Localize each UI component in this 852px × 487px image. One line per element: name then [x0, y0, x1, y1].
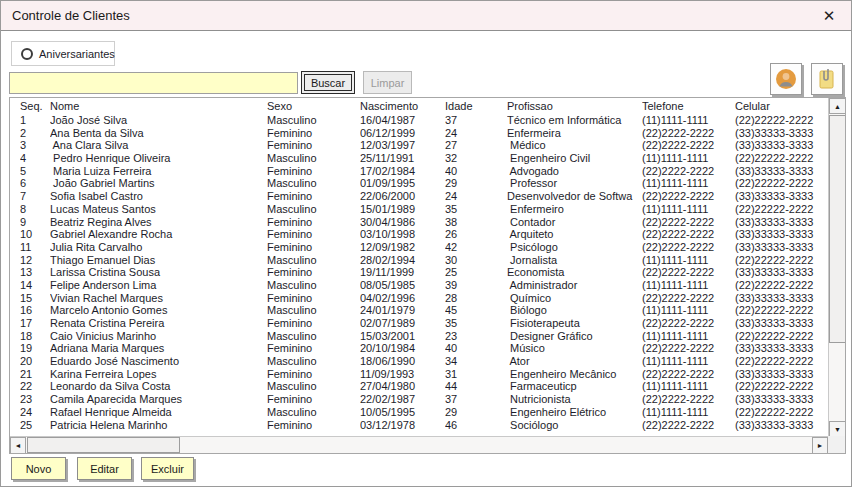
vertical-scrollbar-thumb[interactable] [829, 115, 846, 343]
user-profile-button[interactable] [770, 63, 802, 95]
column-header-celular[interactable]: Celular [735, 100, 827, 113]
editar-button[interactable]: Editar [77, 457, 132, 480]
cell-nome: Camila Aparecida Marques [50, 393, 267, 406]
column-header-sexo[interactable]: Sexo [267, 100, 360, 113]
cell-profissao: Engenheiro Civil [507, 152, 642, 165]
column-header-seq[interactable]: Seq. [20, 100, 50, 113]
cell-telefone: (22)2222-2222 [642, 393, 735, 406]
novo-button[interactable]: Novo [11, 457, 66, 480]
column-header-telefone[interactable]: Telefone [642, 100, 735, 113]
table-row[interactable]: 4 Pedro Henrique OliveiraMasculino25/11/… [20, 152, 828, 165]
cell-telefone: (22)2222-2222 [642, 368, 735, 381]
cell-idade: 42 [445, 241, 507, 254]
cell-profissao: Sociólogo [507, 419, 642, 432]
cell-celular: (33)33333-3333 [735, 266, 827, 279]
cell-telefone: (11)1111-1111 [642, 406, 735, 419]
table-row[interactable]: 9Beatriz Regina AlvesFeminino30/04/19863… [20, 216, 828, 229]
cell-profissao: Contador [507, 216, 642, 229]
cell-seq: 11 [20, 241, 50, 254]
user-avatar-icon [774, 67, 798, 91]
table-row[interactable]: 21Karina Ferreira LopesFeminino11/09/199… [20, 368, 828, 381]
cell-sexo: Masculino [267, 330, 360, 343]
table-row[interactable]: 14Felipe Anderson LimaMasculino08/05/198… [20, 279, 828, 292]
table-row[interactable]: 20Eduardo José NascimentoMasculino18/06/… [20, 355, 828, 368]
cell-nome: João José Silva [50, 114, 267, 127]
table-row[interactable]: 24Rafael Henrique AlmeidaMasculino10/05/… [20, 406, 828, 419]
cell-nome: Adriana Maria Marques [50, 342, 267, 355]
limpar-button[interactable]: Limpar [363, 71, 412, 94]
table-row[interactable]: 18Caio Vinicius MarinhoMasculino15/03/20… [20, 330, 828, 343]
buscar-button[interactable]: Buscar [301, 71, 355, 94]
cell-sexo: Feminino [267, 292, 360, 305]
table-row[interactable]: 22Leonardo da Silva CostaMasculino27/04/… [20, 380, 828, 393]
cell-nome: Maria Luiza Ferreira [50, 165, 267, 178]
cell-profissao: Economista [507, 266, 642, 279]
table-row[interactable]: 7Sofia Isabel CastroFeminino22/06/200024… [20, 190, 828, 203]
cell-nome: Rafael Henrique Almeida [50, 406, 267, 419]
cell-nascimento: 19/11/1999 [360, 266, 445, 279]
table-row[interactable]: 10Gabriel Alexandre RochaFeminino03/10/1… [20, 228, 828, 241]
table-row[interactable]: 11Julia Rita CarvalhoFeminino12/09/19824… [20, 241, 828, 254]
scroll-left-icon[interactable]: ◄ [10, 437, 26, 454]
cell-nascimento: 25/11/1991 [360, 152, 445, 165]
horizontal-scrollbar-thumb[interactable] [27, 437, 180, 453]
cell-seq: 16 [20, 304, 50, 317]
cell-nome: Caio Vinicius Marinho [50, 330, 267, 343]
cell-profissao: Nutricionista [507, 393, 642, 406]
vertical-scrollbar[interactable]: ▲ ▼ [828, 98, 845, 437]
table-row[interactable]: 1João José SilvaMasculino16/04/198737Téc… [20, 114, 828, 127]
cell-telefone: (11)1111-1111 [642, 355, 735, 368]
column-header-profissao[interactable]: Profissao [507, 100, 642, 113]
dialog-controle-de-clientes: Controle de Clientes ✕ Aniversariantes B… [0, 0, 852, 487]
scroll-down-icon[interactable]: ▼ [829, 421, 846, 437]
horizontal-scrollbar[interactable]: ◄ ► [10, 436, 828, 453]
cell-sexo: Feminino [267, 127, 360, 140]
cell-profissao: Enfermeiro [507, 203, 642, 216]
search-input[interactable] [9, 72, 298, 94]
column-header-nome[interactable]: Nome [50, 100, 267, 113]
cell-telefone: (11)1111-1111 [642, 177, 735, 190]
table-row[interactable]: 15Vivian Rachel MarquesFeminino04/02/199… [20, 292, 828, 305]
cell-seq: 5 [20, 165, 50, 178]
cell-idade: 26 [445, 228, 507, 241]
scroll-up-icon[interactable]: ▲ [829, 98, 846, 114]
table-row[interactable]: 17Renata Cristina PereiraFeminino02/07/1… [20, 317, 828, 330]
cell-telefone: (11)1111-1111 [642, 152, 735, 165]
column-header-nascimento[interactable]: Nascimento [360, 100, 445, 113]
cell-idade: 40 [445, 165, 507, 178]
table-row[interactable]: 13Larissa Cristina SousaFeminino19/11/19… [20, 266, 828, 279]
cell-nascimento: 03/12/1978 [360, 419, 445, 432]
table-row[interactable]: 2Ana Benta da SilvaFeminino06/12/199924E… [20, 127, 828, 140]
cell-seq: 22 [20, 380, 50, 393]
note-attachment-button[interactable] [811, 63, 843, 95]
cell-nascimento: 04/02/1996 [360, 292, 445, 305]
close-icon[interactable]: ✕ [815, 4, 843, 28]
table-row[interactable]: 16Marcelo Antonio GomesMasculino24/01/19… [20, 304, 828, 317]
table-row[interactable]: 5 Maria Luiza FerreiraFeminino17/02/1984… [20, 165, 828, 178]
table-row[interactable]: 12Thiago Emanuel DiasMasculino28/02/1994… [20, 254, 828, 267]
scroll-right-icon[interactable]: ► [812, 437, 828, 454]
cell-sexo: Feminino [267, 419, 360, 432]
cell-profissao: Médico [507, 139, 642, 152]
cell-idade: 38 [445, 216, 507, 229]
cell-idade: 35 [445, 317, 507, 330]
excluir-button[interactable]: Excluir [141, 457, 194, 480]
cell-seq: 9 [20, 216, 50, 229]
cell-idade: 34 [445, 355, 507, 368]
table-row[interactable]: 8Lucas Mateus SantosMasculino15/01/19893… [20, 203, 828, 216]
table-row[interactable]: 19Adriana Maria MarquesFeminino20/10/198… [20, 342, 828, 355]
cell-nome: Patricia Helena Marinho [50, 419, 267, 432]
cell-telefone: (11)1111-1111 [642, 203, 735, 216]
column-header-idade[interactable]: Idade [445, 100, 507, 113]
table-header-row: Seq.NomeSexoNascimentoIdadeProfissaoTele… [10, 98, 828, 114]
cell-celular: (33)33333-3333 [735, 127, 827, 140]
cell-nascimento: 16/04/1987 [360, 114, 445, 127]
cell-sexo: Feminino [267, 266, 360, 279]
cell-nascimento: 27/04/1980 [360, 380, 445, 393]
table-row[interactable]: 6 João Gabriel MartinsMasculino01/09/199… [20, 177, 828, 190]
table-row[interactable]: 23Camila Aparecida MarquesFeminino22/02/… [20, 393, 828, 406]
table-row[interactable]: 3 Ana Clara SilvaFeminino12/03/199727 Mé… [20, 139, 828, 152]
table-row[interactable]: 25Patricia Helena MarinhoFeminino03/12/1… [20, 419, 828, 432]
cell-nascimento: 30/04/1986 [360, 216, 445, 229]
aniversariantes-radio[interactable] [21, 48, 33, 60]
